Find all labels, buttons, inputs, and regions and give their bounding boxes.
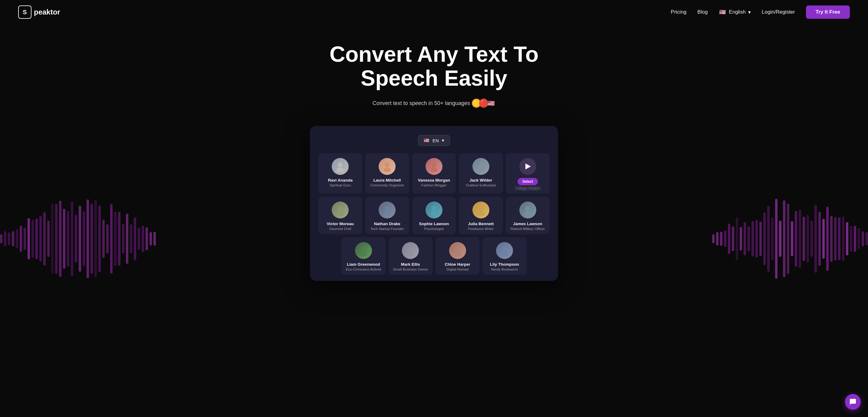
svg-point-5 [430,168,438,172]
svg-point-25 [501,252,508,256]
language-flags: 🟡 🔴 🇺🇸 [474,99,495,108]
navbar: S peaktor Pricing Blog 🇺🇸 English ▾ Logi… [0,0,868,24]
voice-card-ravi[interactable]: Ravi Ananda Spiritual Guru [318,153,362,194]
avatar-lily [496,242,513,259]
avatar-sophie [426,201,442,219]
chat-icon [849,398,857,406]
language-label: English [729,9,746,15]
voice-card-victor[interactable]: Victor Moreau Gourmet Chef [318,197,362,234]
voice-card-lily[interactable]: Lily Thompson Nerdy Bookworm [483,237,526,275]
voice-card-laura[interactable]: Laura Mitchell Community Organizer [365,153,409,194]
voice-name-victor: Victor Moreau [321,222,359,226]
voice-card-select[interactable]: Select College Student [506,153,550,194]
logo-icon: S [18,5,31,19]
svg-point-15 [477,211,485,216]
svg-point-6 [478,162,483,167]
logo[interactable]: S peaktor [18,5,60,19]
svg-point-20 [408,247,413,252]
card-lang-code: EN [433,138,439,143]
select-badge: Select [518,178,538,185]
svg-point-2 [385,162,390,167]
avatar-julia [472,201,489,219]
voice-role-ravi: Spiritual Guru [321,183,359,187]
voice-role-sophie: Psychologist [415,227,453,231]
svg-point-18 [361,247,366,252]
chevron-down-icon: ▾ [748,9,751,15]
svg-point-21 [407,252,414,256]
voice-grid-row2: Victor Moreau Gourmet Chef Nathan Drake … [318,197,550,234]
voice-grid-row1: Ravi Ananda Spiritual Guru Laura Mitchel… [318,153,550,194]
flag-icon: 🇺🇸 [718,8,726,16]
play-button[interactable] [519,158,536,175]
voice-name-julia: Julia Bennett [462,222,500,226]
voice-name-vanessa: Vanessa Morgan [415,178,453,183]
card-language-selector: 🇺🇸 EN ▾ [318,135,550,146]
svg-point-11 [383,211,391,216]
login-register-link[interactable]: Login/Register [762,9,795,15]
svg-point-0 [338,162,343,167]
svg-point-4 [432,162,436,167]
voice-name-sophie: Sophie Lawson [415,222,453,226]
voice-card-jack[interactable]: Jack Wilder Outdoor Enthusiast [459,153,503,194]
card-lang-chevron: ▾ [442,138,444,143]
voice-card-sophie[interactable]: Sophie Lawson Psychologist [412,197,456,234]
voice-name-laura: Laura Mitchell [368,178,406,183]
svg-point-17 [524,211,531,216]
voice-role-laura: Community Organizer [368,183,406,187]
voice-role-vanessa: Fashion Blogger [415,183,453,187]
try-free-button[interactable]: Try It Free [806,5,850,19]
svg-point-16 [525,206,530,211]
svg-point-3 [383,168,391,172]
voice-role-select: College Student [516,186,540,190]
voice-role-mark: Small Business Owner [392,267,430,271]
voice-card-liam[interactable]: Liam Greenwood Eco-Conscious Activist [341,237,385,275]
voice-name-chloe: Chloe Harper [438,262,476,266]
svg-point-13 [430,211,438,216]
logo-text: peaktor [34,8,60,17]
svg-point-8 [338,206,343,211]
pricing-link[interactable]: Pricing [671,9,686,15]
chat-bubble[interactable] [845,394,861,410]
voice-role-liam: Eco-Conscious Activist [344,267,382,271]
svg-point-7 [477,168,485,172]
svg-point-22 [455,247,460,252]
blog-link[interactable]: Blog [697,9,708,15]
avatar-victor [332,201,349,219]
avatar-mark [402,242,419,259]
svg-point-23 [454,252,461,256]
voice-grid-row3: Liam Greenwood Eco-Conscious Activist Ma… [341,237,526,275]
voice-card-vanessa[interactable]: Vanessa Morgan Fashion Blogger [412,153,456,194]
svg-point-1 [337,168,344,172]
voice-name-liam: Liam Greenwood [344,262,382,266]
voice-name-ravi: Ravi Ananda [321,178,359,183]
nav-right: Pricing Blog 🇺🇸 English ▾ Login/Register… [671,5,850,19]
voice-role-nathan: Tech Startup Founder [368,227,406,231]
avatar-liam [355,242,372,259]
avatar-james [519,201,536,219]
avatar-chloe [449,242,466,259]
voice-card-chloe[interactable]: Chloe Harper Digital Nomad [435,237,479,275]
app-card: 🇺🇸 EN ▾ Ravi Ananda Spiritual Guru Laura… [310,126,558,281]
avatar-vanessa [426,158,442,175]
voice-name-james: James Lawson [509,222,547,226]
svg-point-9 [337,211,344,216]
voice-role-chloe: Digital Nomad [438,267,476,271]
voice-card-james[interactable]: James Lawson Retired Military Officer [506,197,550,234]
voice-card-julia[interactable]: Julia Bennett Freelance Writer [459,197,503,234]
hero-subtitle: Convert text to speech in 50+ languages … [6,99,862,108]
voice-name-nathan: Nathan Drake [368,222,406,226]
hero-title: Convert Any Text To Speech Easily [298,42,570,90]
svg-point-12 [432,206,436,211]
language-selector[interactable]: 🇺🇸 English ▾ [718,8,751,16]
voice-card-mark[interactable]: Mark Ellis Small Business Owner [389,237,433,275]
play-icon [525,163,531,169]
voice-role-victor: Gourmet Chef [321,227,359,231]
voice-card-nathan[interactable]: Nathan Drake Tech Startup Founder [365,197,409,234]
voice-name-mark: Mark Ellis [392,262,430,266]
flag-us: 🇺🇸 [486,99,495,108]
card-lang-button[interactable]: 🇺🇸 EN ▾ [418,135,450,146]
avatar-nathan [379,201,396,219]
hero-section: Convert Any Text To Speech Easily Conver… [0,24,868,126]
voice-role-lily: Nerdy Bookworm [486,267,523,271]
svg-point-24 [502,247,507,252]
